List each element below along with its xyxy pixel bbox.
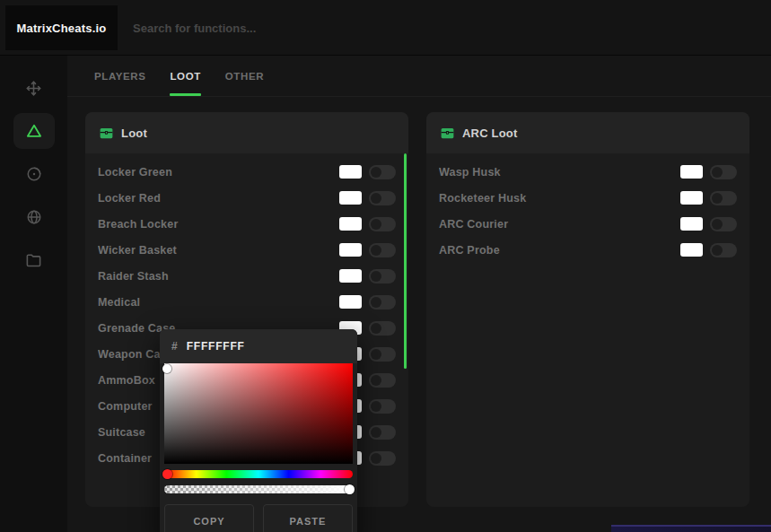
toggle-switch[interactable] xyxy=(369,191,396,205)
loot-row: Wasp Husk xyxy=(426,159,749,185)
loot-item-label: ARC Probe xyxy=(439,244,673,257)
toggle-switch[interactable] xyxy=(710,165,737,179)
crosshair-icon xyxy=(25,80,42,97)
color-swatch[interactable] xyxy=(339,269,362,283)
tabs: PLAYERSLOOTOTHER xyxy=(67,56,771,97)
sidebar xyxy=(0,56,67,532)
loot-item-label: Breach Locker xyxy=(98,218,332,231)
toggle-knob xyxy=(371,219,381,230)
alpha-gradient-overlay xyxy=(164,485,353,493)
toggle-knob xyxy=(371,453,381,464)
toggle-knob xyxy=(371,297,381,308)
toggle-knob xyxy=(371,323,381,334)
panel: ARC Loot Wasp HuskRocketeer HuskARC Cour… xyxy=(426,112,749,507)
loot-row: ARC Probe xyxy=(426,237,749,263)
color-swatch[interactable] xyxy=(339,191,362,205)
panel-title: ARC Loot xyxy=(462,126,518,140)
loot-item-label: Locker Red xyxy=(98,192,332,205)
paste-button[interactable]: PASTE xyxy=(263,504,353,532)
loot-row: Raider Stash xyxy=(85,263,408,289)
toggle-knob xyxy=(371,271,381,282)
toggle-knob xyxy=(371,193,381,204)
toggle-switch[interactable] xyxy=(369,373,396,388)
loot-row: Wicker Basket xyxy=(85,237,408,263)
hex-hash-label: # xyxy=(171,340,178,353)
radar-icon xyxy=(26,166,42,182)
loot-item-label: Wicker Basket xyxy=(98,244,332,257)
loot-row: Locker Red xyxy=(85,185,408,211)
sidebar-item-crosshair[interactable] xyxy=(0,66,67,109)
sidebar-item-triangle[interactable] xyxy=(0,109,67,153)
panel-header: Loot xyxy=(85,112,408,153)
toggle-knob xyxy=(712,193,723,204)
toggle-switch[interactable] xyxy=(710,243,737,257)
toggle-switch[interactable] xyxy=(710,191,737,205)
toggle-switch[interactable] xyxy=(710,217,737,231)
color-swatch[interactable] xyxy=(339,243,362,257)
globe-icon xyxy=(26,209,42,225)
hex-row: # xyxy=(160,329,357,363)
background-window-edge xyxy=(611,525,771,532)
toggle-switch[interactable] xyxy=(369,347,396,362)
alpha-slider[interactable] xyxy=(164,485,353,493)
toggle-switch[interactable] xyxy=(369,425,396,440)
toggle-knob xyxy=(712,219,723,230)
folder-icon xyxy=(25,252,42,269)
toggle-knob xyxy=(371,349,381,360)
toggle-knob xyxy=(371,427,381,438)
sidebar-item-radar[interactable] xyxy=(0,153,67,196)
toggle-switch[interactable] xyxy=(369,321,396,336)
loot-crate-icon xyxy=(100,127,113,139)
loot-row: Breach Locker xyxy=(85,211,408,237)
color-swatch[interactable] xyxy=(680,217,703,231)
tab-loot[interactable]: LOOT xyxy=(170,56,200,96)
loot-row: Rocketeer Husk xyxy=(426,185,749,211)
toggle-knob xyxy=(712,167,723,178)
toggle-switch[interactable] xyxy=(369,217,396,231)
search-input[interactable] xyxy=(133,0,519,56)
toggle-knob xyxy=(371,401,381,412)
toggle-switch[interactable] xyxy=(369,295,396,310)
loot-item-label: Locker Green xyxy=(98,166,332,179)
toggle-switch[interactable] xyxy=(369,269,396,283)
triangle-icon xyxy=(13,113,55,149)
tab-players[interactable]: PLAYERS xyxy=(94,56,145,96)
hue-slider[interactable] xyxy=(164,470,353,478)
color-swatch[interactable] xyxy=(339,165,362,179)
sidebar-item-globe[interactable] xyxy=(0,196,67,239)
toggle-switch[interactable] xyxy=(369,399,396,414)
scrollbar[interactable] xyxy=(404,153,407,369)
loot-row: Locker Green xyxy=(85,159,408,185)
hue-knob[interactable] xyxy=(162,469,172,479)
copy-button[interactable]: COPY xyxy=(164,504,254,532)
loot-row: Medical xyxy=(85,289,408,315)
toggle-switch[interactable] xyxy=(369,165,396,179)
color-swatch[interactable] xyxy=(680,243,703,257)
panel-header: ARC Loot xyxy=(426,112,749,153)
app: { "topbar": { "logo": "MatrixCheats.io",… xyxy=(0,0,771,532)
color-swatch[interactable] xyxy=(680,191,703,205)
loot-item-label: Raider Stash xyxy=(98,270,332,283)
loot-row: ARC Courier xyxy=(426,211,749,237)
loot-item-label: Medical xyxy=(98,296,332,309)
loot-item-label: Wasp Husk xyxy=(439,166,673,179)
saturation-cursor[interactable] xyxy=(162,364,171,373)
saturation-area[interactable] xyxy=(164,363,353,464)
color-swatch[interactable] xyxy=(339,295,362,309)
sidebar-item-folder[interactable] xyxy=(0,239,67,282)
hex-input[interactable] xyxy=(187,340,303,353)
toggle-knob xyxy=(371,375,381,386)
color-swatch[interactable] xyxy=(339,217,362,231)
color-swatch[interactable] xyxy=(680,165,703,179)
toggle-knob xyxy=(712,245,723,256)
toggle-knob xyxy=(371,245,381,256)
toggle-switch[interactable] xyxy=(369,243,396,257)
color-picker: # COPY PASTE xyxy=(160,329,357,532)
panel-title: Loot xyxy=(121,126,147,140)
topbar: MatrixCheats.io xyxy=(0,0,771,56)
toggle-knob xyxy=(371,167,381,178)
alpha-knob[interactable] xyxy=(345,484,355,494)
loot-crate-icon xyxy=(441,127,454,139)
toggle-switch[interactable] xyxy=(369,451,396,466)
tab-other[interactable]: OTHER xyxy=(225,56,264,96)
